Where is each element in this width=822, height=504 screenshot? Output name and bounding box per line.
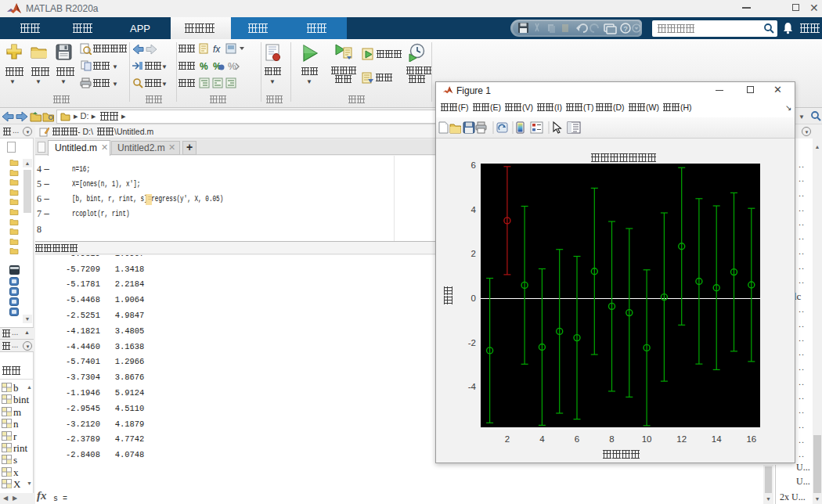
svg-text:%: %: [200, 61, 208, 72]
svg-text:?: ?: [623, 25, 627, 33]
svg-text:%: %: [228, 61, 236, 72]
svg-text:fx: fx: [213, 44, 221, 55]
